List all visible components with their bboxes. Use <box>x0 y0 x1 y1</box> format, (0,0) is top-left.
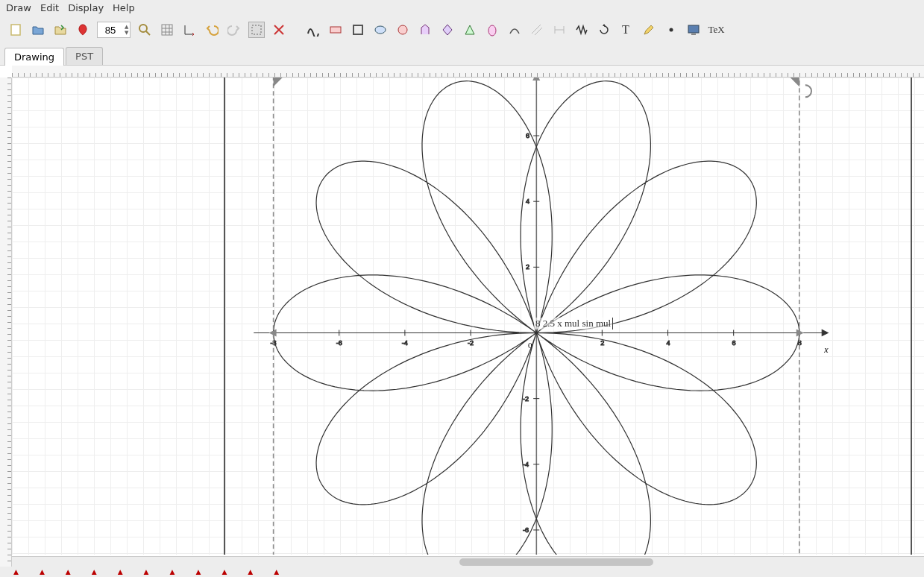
svg-rect-3 <box>162 25 172 35</box>
svg-rect-13 <box>330 27 341 33</box>
marker-icon[interactable]: ▲ <box>92 568 97 576</box>
tab-pst[interactable]: PST <box>66 47 103 65</box>
redo-icon[interactable] <box>226 22 242 38</box>
svg-point-24 <box>670 28 673 32</box>
svg-text:2: 2 <box>526 263 529 271</box>
svg-rect-0 <box>11 25 20 35</box>
svg-rect-25 <box>688 25 699 33</box>
menu-help[interactable]: Help <box>110 1 138 14</box>
marker-icon[interactable]: ▲ <box>221 568 227 576</box>
ruler-vertical <box>0 78 12 567</box>
canvas-area: -8 -6 -4 -2 2 4 6 8 -6 -4 -2 2 4 6 8 <box>0 66 924 567</box>
toolbar: ▲▼ <box>0 15 924 45</box>
circle-icon[interactable] <box>395 22 411 38</box>
zoom-spinbox[interactable]: ▲▼ <box>97 22 131 38</box>
svg-text:4: 4 <box>666 339 670 347</box>
svg-line-19 <box>535 28 542 35</box>
arc-icon[interactable] <box>506 22 523 38</box>
point-icon[interactable] <box>663 22 679 38</box>
open-file-icon[interactable] <box>30 22 46 38</box>
zoom-input[interactable] <box>98 25 123 36</box>
rotate-icon[interactable] <box>596 22 612 38</box>
svg-text:-6: -6 <box>336 339 342 347</box>
marker-icon[interactable]: ▲ <box>66 568 71 576</box>
menu-edit[interactable]: Edit <box>37 1 62 14</box>
save-file-icon[interactable] <box>52 22 69 38</box>
new-file-icon[interactable] <box>7 22 24 38</box>
axes-icon[interactable] <box>181 22 198 38</box>
triangle-icon[interactable] <box>462 22 478 38</box>
marker-icon[interactable]: ▲ <box>195 568 201 576</box>
menu-bar: Draw Edit Display Help <box>0 0 924 15</box>
marker-icon[interactable]: ▲ <box>13 568 19 576</box>
menu-draw[interactable]: Draw <box>3 1 34 14</box>
svg-point-16 <box>398 25 407 34</box>
hatch-icon[interactable] <box>529 22 545 38</box>
menu-display[interactable]: Display <box>65 1 107 14</box>
bottom-markers: ▲ ▲ ▲ ▲ ▲ ▲ ▲ ▲ ▲ ▲ ▲ <box>0 567 924 577</box>
grid-icon[interactable] <box>159 22 175 38</box>
svg-text:-4: -4 <box>402 339 408 347</box>
svg-point-15 <box>375 26 386 34</box>
svg-text:-2: -2 <box>523 395 529 403</box>
square-icon[interactable] <box>350 22 366 38</box>
marker-icon[interactable]: ▲ <box>248 568 253 576</box>
select-icon[interactable] <box>248 22 265 38</box>
svg-text:6: 6 <box>732 339 736 347</box>
egg-icon[interactable] <box>484 22 500 38</box>
marker-icon[interactable]: ▲ <box>118 568 123 576</box>
svg-text:-6: -6 <box>523 526 529 534</box>
marker-icon[interactable]: ▲ <box>170 568 175 576</box>
svg-line-18 <box>532 25 541 34</box>
svg-point-1 <box>139 25 147 32</box>
screen-icon[interactable] <box>685 22 702 38</box>
zoom-up-icon[interactable]: ▲ <box>125 24 128 30</box>
delete-icon[interactable] <box>271 22 287 38</box>
scrollbar-thumb[interactable] <box>459 558 653 566</box>
marker-icon[interactable]: ▲ <box>40 568 45 576</box>
drawing-canvas[interactable]: -8 -6 -4 -2 2 4 6 8 -6 -4 -2 2 4 6 8 <box>12 78 924 555</box>
export-pdf-icon[interactable] <box>75 22 91 38</box>
svg-rect-14 <box>353 25 362 34</box>
plot-svg: -8 -6 -4 -2 2 4 6 8 -6 -4 -2 2 4 6 8 <box>12 78 924 555</box>
function-icon[interactable] <box>305 22 321 38</box>
wave-icon[interactable] <box>573 22 590 38</box>
selection-handles[interactable] <box>269 78 812 337</box>
svg-point-17 <box>488 25 496 36</box>
marker-icon[interactable]: ▲ <box>274 568 279 576</box>
text-icon[interactable]: T <box>618 22 635 38</box>
polygon-icon[interactable] <box>417 22 433 38</box>
svg-rect-26 <box>691 34 696 35</box>
tex-button[interactable]: TeX <box>708 22 724 38</box>
dimension-icon[interactable] <box>551 22 568 38</box>
magnifier-icon[interactable] <box>136 22 153 38</box>
svg-text:6: 6 <box>526 132 529 139</box>
marker-icon[interactable]: ▲ <box>144 568 149 576</box>
rectangle-icon[interactable] <box>327 22 344 38</box>
svg-rect-10 <box>252 25 261 34</box>
svg-text:4: 4 <box>526 198 529 205</box>
ruler-horizontal <box>12 66 924 78</box>
svg-line-2 <box>146 31 150 35</box>
zoom-down-icon[interactable]: ▼ <box>125 30 128 36</box>
svg-text:T: T <box>622 23 629 36</box>
tab-bar: Drawing PST <box>0 45 924 66</box>
svg-text:-4: -4 <box>523 461 529 468</box>
x-axis-label: x <box>823 344 829 355</box>
formula-input[interactable]: 8 2.5 x mul sin mul <box>534 318 613 330</box>
scrollbar-horizontal[interactable] <box>12 556 924 567</box>
ellipse-icon[interactable] <box>372 22 389 38</box>
pencil-icon[interactable] <box>641 22 657 38</box>
undo-icon[interactable] <box>204 22 220 38</box>
diamond-icon[interactable] <box>439 22 456 38</box>
tab-drawing[interactable]: Drawing <box>4 48 64 66</box>
